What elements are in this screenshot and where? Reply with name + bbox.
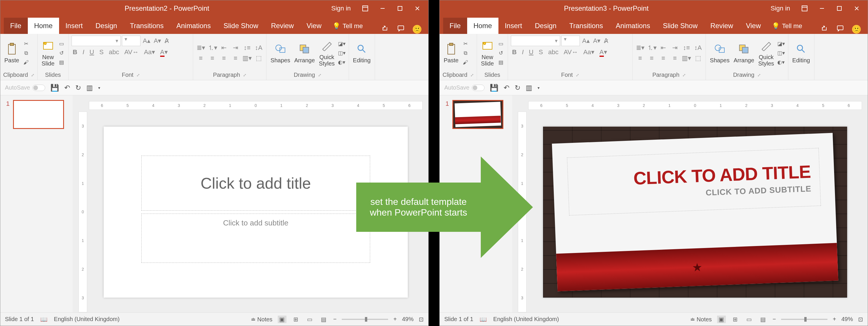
align-right-button[interactable]: ≡ xyxy=(219,54,228,62)
redo-button[interactable]: ↻ xyxy=(75,84,81,92)
tab-file[interactable]: File xyxy=(4,18,28,34)
bullets-button[interactable]: ≣▾ xyxy=(636,44,645,52)
tab-home[interactable]: Home xyxy=(467,18,498,34)
font-name-combo[interactable]: ▾ xyxy=(71,36,121,46)
title-placeholder[interactable]: CLICK TO ADD TITLE CLICK TO ADD SUBTITLE xyxy=(567,148,821,215)
new-slide-button[interactable]: New Slide xyxy=(480,38,495,68)
comments-icon[interactable] xyxy=(836,25,844,34)
cut-button[interactable]: ✂ xyxy=(22,40,30,48)
zoom-level[interactable]: 49% xyxy=(841,316,853,323)
tab-animations[interactable]: Animations xyxy=(609,18,657,34)
underline-button[interactable]: U xyxy=(88,48,95,57)
shadow-button[interactable]: S xyxy=(537,48,544,57)
reading-view-icon[interactable]: ▭ xyxy=(306,316,314,323)
minimize-icon[interactable] xyxy=(374,0,391,17)
slide-thumbnail-1[interactable] xyxy=(453,100,503,129)
decrease-indent-button[interactable]: ⇤ xyxy=(219,44,228,52)
shape-outline-button[interactable]: ◫▾ xyxy=(338,49,346,57)
zoom-out-button[interactable]: − xyxy=(773,316,776,323)
spellcheck-icon[interactable]: 📖 xyxy=(40,316,48,323)
align-right-button[interactable]: ≡ xyxy=(659,54,668,62)
smartart-button[interactable]: ⬚ xyxy=(254,54,263,62)
format-painter-button[interactable]: 🖌 xyxy=(22,58,30,66)
tab-transitions[interactable]: Transitions xyxy=(123,18,170,34)
tab-transitions[interactable]: Transitions xyxy=(563,18,609,34)
quick-styles-button[interactable]: Quick Styles xyxy=(318,38,336,68)
slideshow-view-icon[interactable]: ▤ xyxy=(759,316,768,323)
slide-layout-button[interactable]: ▭ xyxy=(497,40,505,48)
cut-button[interactable]: ✂ xyxy=(461,40,469,48)
tab-design[interactable]: Design xyxy=(89,18,124,34)
normal-view-icon[interactable]: ▣ xyxy=(278,316,286,323)
feedback-smiley-icon[interactable]: 🙂 xyxy=(413,25,422,34)
text-direction-button[interactable]: ↕A xyxy=(254,44,263,52)
font-size-combo[interactable]: ▾ xyxy=(122,36,141,46)
bold-button[interactable]: B xyxy=(511,48,518,57)
strikethrough-button[interactable]: abc xyxy=(547,48,560,57)
slide-layout-button[interactable]: ▭ xyxy=(57,40,65,48)
tab-home[interactable]: Home xyxy=(28,18,59,34)
drawing-dialog-launcher[interactable]: ⤢ xyxy=(318,73,321,78)
start-from-beginning-button[interactable]: ▥ xyxy=(86,84,93,92)
share-icon[interactable] xyxy=(381,25,389,34)
section-button[interactable]: ▤ xyxy=(497,58,505,66)
spellcheck-icon[interactable]: 📖 xyxy=(479,316,487,323)
zoom-level[interactable]: 49% xyxy=(402,316,413,323)
tab-slideshow[interactable]: Slide Show xyxy=(217,18,265,34)
shape-fill-button[interactable]: ◪▾ xyxy=(338,40,346,48)
maximize-icon[interactable] xyxy=(391,0,409,17)
italic-button[interactable]: I xyxy=(82,48,86,57)
font-size-combo[interactable]: ▾ xyxy=(561,36,580,46)
save-button[interactable]: 💾 xyxy=(51,84,59,92)
increase-indent-button[interactable]: ⇥ xyxy=(670,44,679,52)
font-dialog-launcher[interactable]: ⤢ xyxy=(576,73,579,78)
character-spacing-button[interactable]: AV↔ xyxy=(123,48,140,57)
paste-button[interactable]: Paste xyxy=(3,41,20,65)
drawing-dialog-launcher[interactable]: ⤢ xyxy=(757,73,761,78)
align-left-button[interactable]: ≡ xyxy=(196,54,205,62)
font-color-button[interactable]: A▾ xyxy=(159,48,169,57)
tab-file[interactable]: File xyxy=(443,18,467,34)
zoom-in-button[interactable]: + xyxy=(393,316,397,323)
justify-button[interactable]: ≡ xyxy=(670,54,679,62)
font-name-combo[interactable]: ▾ xyxy=(511,36,560,46)
increase-indent-button[interactable]: ⇥ xyxy=(231,44,240,52)
quick-styles-button[interactable]: Quick Styles xyxy=(757,38,775,68)
notes-toggle[interactable]: ≐ Notes xyxy=(251,316,273,323)
language-status[interactable]: English (United Kingdom) xyxy=(54,316,120,323)
slideshow-view-icon[interactable]: ▤ xyxy=(319,316,328,323)
save-button[interactable]: 💾 xyxy=(490,84,498,92)
fit-to-window-icon[interactable]: ⊡ xyxy=(419,316,424,323)
tab-insert[interactable]: Insert xyxy=(59,18,89,34)
italic-button[interactable]: I xyxy=(521,48,525,57)
bullets-button[interactable]: ≣▾ xyxy=(196,44,205,52)
undo-button[interactable]: ↶ xyxy=(64,84,70,92)
ribbon-display-options-icon[interactable] xyxy=(796,0,813,17)
clear-formatting-icon[interactable]: A̷ xyxy=(603,36,609,45)
increase-font-icon[interactable]: A▴ xyxy=(142,36,152,45)
maximize-icon[interactable] xyxy=(831,0,848,17)
align-left-button[interactable]: ≡ xyxy=(636,54,645,62)
shape-effects-button[interactable]: ◐▾ xyxy=(777,58,785,66)
slide-canvas[interactable]: CLICK TO ADD TITLE CLICK TO ADD SUBTITLE… xyxy=(543,127,847,298)
numbering-button[interactable]: ⒈▾ xyxy=(208,44,217,52)
feedback-smiley-icon[interactable]: 🙂 xyxy=(852,25,861,34)
section-button[interactable]: ▤ xyxy=(57,58,65,66)
clipboard-dialog-launcher[interactable]: ⤢ xyxy=(470,73,474,78)
reset-slide-button[interactable]: ↺ xyxy=(57,49,65,57)
reading-view-icon[interactable]: ▭ xyxy=(745,316,753,323)
reset-slide-button[interactable]: ↺ xyxy=(497,49,505,57)
underline-button[interactable]: U xyxy=(528,48,535,57)
new-slide-button[interactable]: New Slide xyxy=(40,38,56,68)
qat-customize-icon[interactable]: ▾ xyxy=(537,86,539,90)
minimize-icon[interactable] xyxy=(813,0,831,17)
normal-view-icon[interactable]: ▣ xyxy=(717,316,726,323)
redo-button[interactable]: ↻ xyxy=(515,84,521,92)
text-direction-button[interactable]: ↕A xyxy=(693,44,703,52)
numbering-button[interactable]: ⒈▾ xyxy=(647,44,656,52)
shape-fill-button[interactable]: ◪▾ xyxy=(777,40,785,48)
zoom-slider[interactable] xyxy=(342,319,388,320)
notes-toggle[interactable]: ≐ Notes xyxy=(690,316,712,323)
justify-button[interactable]: ≡ xyxy=(231,54,240,62)
language-status[interactable]: English (United Kingdom) xyxy=(493,316,559,323)
